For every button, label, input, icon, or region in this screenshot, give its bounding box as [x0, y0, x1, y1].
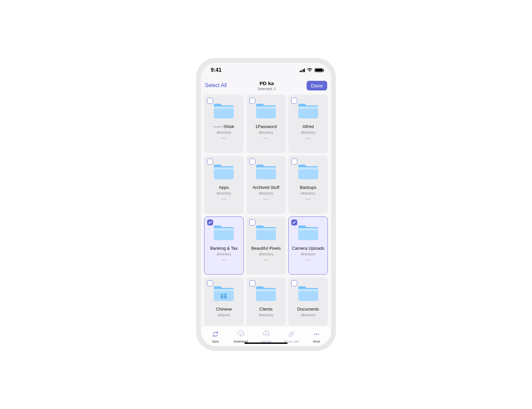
- folder-grid: ------ Shlok directory ••• 1Password dir…: [204, 95, 328, 326]
- folder-card[interactable]: Archived Stuff directory •••: [246, 156, 286, 214]
- folder-icon: [298, 100, 319, 124]
- folder-card[interactable]: Backups directory •••: [288, 156, 328, 214]
- folder-icon: [298, 221, 319, 246]
- svg-rect-17: [298, 228, 318, 230]
- folder-card[interactable]: 1Password directory •••: [246, 95, 286, 153]
- folder-name: Documents: [295, 307, 321, 312]
- tab-sync[interactable]: Sync: [203, 331, 228, 343]
- more-dots-icon[interactable]: •••: [306, 136, 311, 141]
- more-dots-icon[interactable]: •••: [221, 197, 227, 202]
- folder-icon: [298, 161, 319, 185]
- tab-more[interactable]: More: [304, 331, 329, 343]
- folder-kind: directory: [259, 252, 273, 256]
- nav-header: Select All PD ka Selected: 2 Done: [201, 77, 331, 93]
- folder-kind: directory: [259, 191, 273, 195]
- folder-checkbox[interactable]: [207, 219, 213, 225]
- folder-checkbox[interactable]: [291, 98, 297, 104]
- svg-rect-15: [256, 228, 276, 230]
- folder-name: Clients: [257, 307, 275, 312]
- more-dots-icon[interactable]: •••: [306, 258, 311, 263]
- folder-card[interactable]: Chinese shared: [204, 277, 244, 326]
- status-bar: 9:41: [201, 63, 331, 77]
- svg-point-22: [224, 294, 226, 296]
- folder-kind: directory: [301, 252, 316, 256]
- svg-rect-9: [256, 167, 276, 170]
- folder-name: Camera Uploads: [290, 246, 327, 251]
- svg-point-29: [316, 334, 317, 335]
- more-dots-icon[interactable]: •••: [306, 197, 311, 202]
- home-indicator[interactable]: [244, 342, 288, 344]
- more-dots-icon[interactable]: •••: [263, 136, 269, 141]
- done-button[interactable]: Done: [307, 81, 327, 90]
- nav-subtitle: Selected: 2: [227, 87, 307, 91]
- svg-rect-27: [298, 289, 318, 291]
- folder-icon: [255, 161, 277, 185]
- svg-rect-1: [214, 106, 234, 109]
- more-dots-icon[interactable]: •••: [263, 258, 269, 263]
- folder-checkbox[interactable]: [207, 280, 213, 286]
- select-all-button[interactable]: Select All: [205, 82, 227, 88]
- folder-card[interactable]: Apps directory •••: [204, 156, 244, 214]
- status-icons: [300, 68, 324, 72]
- folder-name: Chinese: [214, 307, 234, 312]
- svg-rect-21: [221, 296, 224, 299]
- status-time: 9:41: [211, 67, 221, 73]
- cellular-signal-icon: [300, 68, 305, 72]
- svg-point-30: [318, 334, 319, 335]
- folder-name: Banking & Tax: [208, 246, 240, 251]
- folder-icon: [213, 221, 234, 246]
- svg-point-20: [221, 294, 223, 296]
- folder-name: Beautiful Pixels: [249, 246, 283, 251]
- folder-card[interactable]: Clients directory: [246, 277, 286, 326]
- folder-icon: [298, 282, 319, 307]
- folder-icon: [213, 100, 234, 124]
- folder-icon: [255, 221, 277, 246]
- folder-name: Alfred: [301, 124, 316, 129]
- folder-kind: directory: [301, 191, 316, 195]
- more-dots-icon[interactable]: •••: [263, 197, 269, 202]
- folder-card[interactable]: Camera Uploads directory •••: [288, 216, 328, 275]
- battery-icon: [315, 68, 323, 72]
- svg-rect-25: [256, 289, 276, 291]
- nav-title-group: PD ka Selected: 2: [227, 80, 307, 91]
- folder-kind: directory: [216, 191, 231, 195]
- folder-checkbox[interactable]: [291, 219, 297, 225]
- more-icon: [313, 331, 320, 339]
- folder-kind: directory: [301, 130, 316, 134]
- svg-rect-19: [214, 289, 234, 291]
- tab-share-link[interactable]: Share Link: [279, 331, 304, 343]
- folder-name: Backups: [298, 185, 319, 190]
- folder-card[interactable]: Banking & Tax directory •••: [204, 216, 244, 275]
- folder-checkbox[interactable]: [291, 159, 297, 165]
- folder-kind: directory: [216, 252, 231, 256]
- folder-kind: directory: [216, 130, 231, 134]
- tab-label: Sync: [212, 340, 219, 343]
- more-dots-icon[interactable]: •••: [221, 136, 227, 141]
- folder-checkbox[interactable]: [249, 219, 255, 225]
- folder-checkbox[interactable]: [249, 98, 255, 104]
- download-icon: [237, 331, 244, 339]
- folder-name: Apps: [217, 185, 231, 190]
- svg-rect-7: [214, 167, 234, 170]
- tab-upload[interactable]: Upload: [253, 331, 279, 343]
- more-dots-icon[interactable]: •••: [221, 258, 227, 263]
- folder-checkbox[interactable]: [207, 98, 213, 104]
- folder-name: 1Password: [253, 124, 279, 129]
- folder-kind: directory: [259, 313, 273, 317]
- folder-checkbox[interactable]: [249, 280, 255, 286]
- svg-rect-11: [298, 167, 318, 170]
- svg-rect-13: [214, 228, 234, 230]
- folder-checkbox[interactable]: [249, 159, 255, 165]
- folder-checkbox[interactable]: [291, 280, 297, 286]
- folder-card[interactable]: Alfred directory •••: [288, 95, 328, 153]
- sync-icon: [212, 331, 219, 339]
- folder-grid-scroll[interactable]: ------ Shlok directory ••• 1Password dir…: [201, 93, 331, 326]
- folder-name: Archived Stuff: [251, 185, 282, 190]
- tab-download[interactable]: Download: [228, 331, 253, 343]
- folder-card[interactable]: ------ Shlok directory •••: [204, 95, 244, 153]
- folder-checkbox[interactable]: [207, 159, 213, 165]
- folder-card[interactable]: Beautiful Pixels directory •••: [246, 216, 286, 275]
- folder-card[interactable]: Documents directory: [288, 277, 328, 326]
- folder-icon: [255, 282, 277, 307]
- wifi-icon: [307, 68, 313, 72]
